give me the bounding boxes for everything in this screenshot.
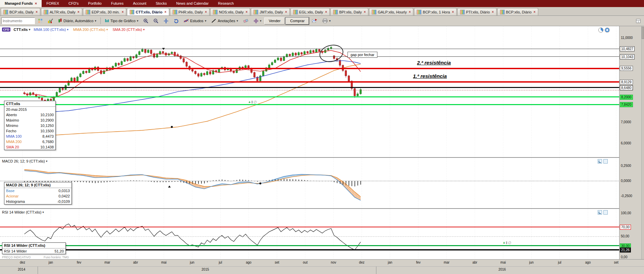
- chart-tab-egl-xlis-daily[interactable]: EGL:xlis, Daily×: [290, 8, 330, 15]
- legend-mma-200-ctt-xlis-[interactable]: MMA 200 (CTT:xlis)▾: [73, 28, 108, 32]
- tab-close-icon[interactable]: ×: [534, 10, 536, 14]
- annotation-line-10_1043[interactable]: [0, 56, 619, 57]
- pane-pie-icon[interactable]: [598, 28, 603, 33]
- menu-item-news-and-calendar[interactable]: News and Calendar: [172, 0, 214, 7]
- grip-handle-icon[interactable]: ‖: [251, 100, 253, 104]
- zoom-out-button[interactable]: [151, 17, 160, 25]
- chart-tab-bpi-xlis-daily[interactable]: BPI:xlis, Daily×: [330, 8, 368, 15]
- tab-label: EDP:xlis, 30 min.: [92, 10, 120, 14]
- macd-dropdown[interactable]: MACD 26; 12; 9 (CTT:xlis)▾: [2, 159, 47, 163]
- undo-button[interactable]: [172, 17, 181, 25]
- chart-tab-nos-xlis-daily[interactable]: NOS:xlis, Daily×: [210, 8, 250, 15]
- pane-chart-icon[interactable]: [598, 159, 602, 164]
- annotation-line-8_9129[interactable]: [0, 81, 619, 83]
- chart-tab-edp-xlis-30-min-[interactable]: EDP:xlis, 30 min.×: [83, 8, 127, 15]
- annotation-line-10_4827[interactable]: [0, 49, 619, 49]
- pane-close-icon[interactable]: [603, 210, 608, 215]
- symbol-dropdown[interactable]: CTT:xlis▾: [14, 28, 31, 32]
- tab-close-icon[interactable]: ×: [122, 10, 124, 14]
- pane-close-icon[interactable]: [603, 159, 608, 164]
- annotation-line-8_648[interactable]: [0, 87, 619, 88]
- annotation-line-8_2[interactable]: [0, 96, 619, 97]
- menu-item-research[interactable]: Research: [213, 0, 238, 7]
- resistance2-label[interactable]: 2.ª resistência: [417, 60, 451, 65]
- menu-item-portfolio[interactable]: Portfolio: [83, 0, 106, 7]
- add-handle-icon[interactable]: +: [248, 100, 250, 104]
- annotation-line-9_5556[interactable]: [0, 68, 619, 69]
- close-icon[interactable]: ×: [35, 1, 37, 5]
- tab-close-icon[interactable]: ×: [245, 10, 247, 14]
- annotation-line-8_53[interactable]: [0, 90, 619, 90]
- chart-tab-jmt-xlis-daily[interactable]: JMT:xlis, Daily×: [251, 8, 290, 15]
- rsi-level-line-30[interactable]: [0, 245, 619, 246]
- pane-donut-icon[interactable]: [605, 28, 610, 33]
- chart-tab-phr-xlis-daily[interactable]: PHR:xlis, Daily×: [170, 8, 210, 15]
- tab-close-icon[interactable]: ×: [36, 10, 38, 14]
- crosshair-dropdown[interactable]: ▾: [251, 17, 264, 25]
- add-handle-icon[interactable]: +: [503, 241, 505, 245]
- rsi-pane[interactable]: RSI 14 Wilder (CTT:xlis)▾ + ‖ ∅ RSI 14 W…: [0, 209, 619, 260]
- comprar-button[interactable]: Comprar: [286, 17, 309, 25]
- chart-edit-button[interactable]: [46, 17, 55, 25]
- legend-mma-100-ctt-xlis-[interactable]: MMA 100 (CTT:xlis)▾: [34, 28, 68, 32]
- resistance1-label[interactable]: 1.ª resistência: [413, 73, 447, 79]
- tab-close-icon[interactable]: ×: [205, 10, 207, 14]
- tab-close-icon[interactable]: ×: [452, 10, 454, 14]
- rsi-level-line-21_26[interactable]: [0, 249, 619, 250]
- menu-item-account[interactable]: Account: [128, 0, 151, 7]
- rsi-dropdown[interactable]: RSI 14 Wilder (CTT:xlis)▾: [2, 210, 44, 214]
- tooltip-row: Acionar0,0422: [4, 193, 72, 199]
- chart-tab-altr-xlis-daily[interactable]: ALTR:xlis, Daily×: [41, 8, 82, 15]
- tab-close-icon[interactable]: ×: [409, 10, 411, 14]
- grip-handle-icon[interactable]: ‖: [506, 241, 507, 245]
- estudos-dropdown[interactable]: Estudos▾: [182, 17, 208, 25]
- instrument-list-button[interactable]: [36, 17, 45, 25]
- price-pane[interactable]: CFD CTT:xlis▾ MMA 100 (CTT:xlis)▾MMA 200…: [0, 26, 619, 158]
- annotation-line-7_842[interactable]: [0, 104, 619, 105]
- menu-item-futures[interactable]: Futures: [106, 0, 128, 7]
- print-dropdown[interactable]: ▾: [320, 17, 333, 25]
- tab-close-icon[interactable]: ×: [165, 10, 167, 14]
- month-label: jul: [215, 261, 226, 264]
- tab-close-icon[interactable]: ×: [364, 10, 366, 14]
- pan-button[interactable]: [162, 17, 171, 25]
- chart-tab-pti-xlis-di-rio[interactable]: PTI:xlis, Diário×: [457, 8, 497, 15]
- chevron-down-icon: ▾: [106, 28, 108, 31]
- chart-file-icon: [173, 10, 177, 14]
- scrollbar-thumb[interactable]: [642, 27, 644, 39]
- layout-button[interactable]: [634, 17, 643, 25]
- delete-handle-icon[interactable]: ∅: [508, 241, 511, 245]
- rsi-level-line-50[interactable]: [0, 236, 619, 237]
- vender-button[interactable]: Vender: [264, 17, 285, 25]
- export-chart-button[interactable]: [310, 17, 319, 25]
- chart-tab-bcp-xlis-1-hora[interactable]: BCP:xlis, 1 Hora×: [414, 8, 457, 15]
- chart-tab-bcp-xlis-daily[interactable]: BCP:xlis, Daily×: [1, 8, 40, 15]
- menu-item-forex[interactable]: FOREX: [42, 0, 64, 7]
- anotacoes-dropdown[interactable]: Anotações▾: [209, 17, 240, 25]
- chart-tab-bcp-xlis-di-rio[interactable]: BCP:xlis, Diário×: [497, 8, 538, 15]
- rsi-level-line-70[interactable]: [0, 227, 619, 227]
- tab-close-icon[interactable]: ×: [492, 10, 494, 14]
- period-dropdown[interactable]: Diário, Automático▾: [56, 17, 98, 25]
- tab-close-icon[interactable]: ×: [78, 10, 80, 14]
- chart-tab-ctt-xlis-di-rio[interactable]: CTT:xlis, Diário×: [127, 8, 169, 15]
- menu-item-cfd-s[interactable]: CFD's: [64, 0, 83, 7]
- gap-callout[interactable]: gap por fechar: [348, 52, 377, 58]
- line-edit-handles[interactable]: + ‖ ∅: [503, 241, 511, 245]
- legend-sma-20-ctt-xlis-[interactable]: SMA 20 (CTT:xlis)▾: [112, 28, 145, 32]
- chart-type-dropdown[interactable]: Tipo de Gráfico▾: [103, 17, 140, 25]
- macd-pane[interactable]: MACD 26; 12; 9 (CTT:xlis)▾ MACD 26; 12; …: [0, 158, 619, 209]
- pane-chart-icon[interactable]: [598, 210, 602, 215]
- tab-close-icon[interactable]: ×: [285, 10, 287, 14]
- menu-item-stocks[interactable]: Stocks: [151, 0, 172, 7]
- line-edit-handles[interactable]: + ‖ ∅: [248, 100, 257, 104]
- menu-item-managed-funds[interactable]: Managed Funds×: [0, 0, 42, 7]
- tab-close-icon[interactable]: ×: [325, 10, 327, 14]
- chart-file-icon: [333, 10, 338, 14]
- vertical-scrollbar[interactable]: [641, 26, 644, 260]
- eraser-button[interactable]: [241, 17, 250, 25]
- zoom-in-button[interactable]: [141, 17, 150, 25]
- delete-handle-icon[interactable]: ∅: [254, 100, 257, 104]
- chart-tab-galp-xlis-hourly[interactable]: GALP:xlis, Hourly×: [369, 8, 413, 15]
- instrument-search-input[interactable]: [1, 17, 35, 24]
